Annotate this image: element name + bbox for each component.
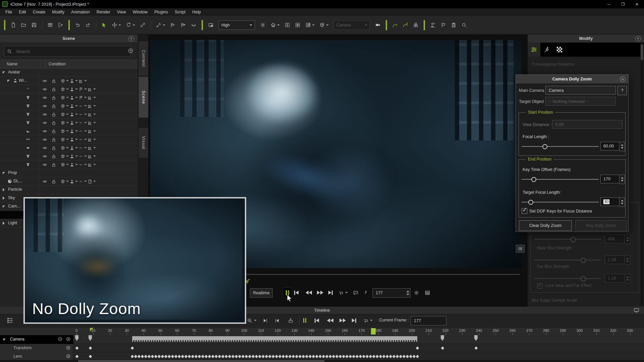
search-options-icon[interactable]: [128, 48, 133, 55]
keyframe[interactable]: [252, 355, 255, 358]
sun-button[interactable]: [260, 22, 266, 28]
tab-scene[interactable]: Scene: [138, 76, 149, 118]
keyframe[interactable]: [295, 355, 299, 358]
last-frame-button[interactable]: [328, 288, 333, 297]
chart-toggle-icon[interactable]: [88, 120, 97, 125]
menu-plugins[interactable]: Plugins: [151, 8, 171, 16]
tab-modify-animation[interactable]: [540, 43, 553, 57]
keyframe[interactable]: [396, 355, 399, 358]
sidebar-button[interactable]: [208, 22, 214, 28]
keyframe[interactable]: [195, 355, 198, 358]
keyframe[interactable]: [275, 355, 278, 358]
close-button[interactable]: ✕: [630, 0, 644, 8]
lock-toggle-icon[interactable]: [51, 104, 60, 109]
scene-row[interactable]: [0, 85, 138, 94]
person-toggle-icon[interactable]: [69, 137, 78, 142]
keyframe[interactable]: [161, 355, 164, 358]
track-remove-icon[interactable]: [66, 337, 71, 343]
pan-button[interactable]: [295, 22, 301, 28]
keyframe[interactable]: [178, 355, 181, 358]
keyframe[interactable]: [372, 355, 376, 358]
lock-toggle-icon[interactable]: [51, 162, 60, 167]
keyframe[interactable]: [299, 355, 302, 358]
keyframe[interactable]: [255, 355, 258, 358]
keyframe[interactable]: [312, 355, 315, 358]
flag2-button[interactable]: [440, 22, 446, 28]
dash-toggle-icon[interactable]: [78, 112, 88, 117]
keyframe[interactable]: [184, 355, 188, 358]
keyframe[interactable]: [319, 355, 322, 358]
prev-key-icon[interactable]: [262, 316, 268, 325]
main-camera-field[interactable]: Camera: [545, 86, 616, 95]
far-blur-spin[interactable]: 1.16: [605, 274, 630, 283]
clip-key[interactable]: [75, 335, 78, 341]
dash-toggle-icon[interactable]: [78, 145, 88, 150]
audio-note-icon[interactable]: ♪: [364, 288, 367, 296]
keyframe[interactable]: [141, 355, 144, 358]
collapse-icon[interactable]: [7, 80, 10, 82]
scale-button[interactable]: [140, 22, 146, 28]
rotate-button[interactable]: [126, 22, 135, 28]
chart-toggle-icon[interactable]: [78, 78, 88, 83]
person-toggle-icon[interactable]: [69, 87, 78, 92]
curve-button[interactable]: [392, 22, 398, 28]
videocam-button[interactable]: [375, 22, 381, 28]
scene-panel-close-icon[interactable]: ✕: [128, 36, 134, 42]
keyframe[interactable]: [366, 355, 369, 358]
keyframe[interactable]: [218, 355, 221, 358]
flag-toggle-icon[interactable]: [78, 95, 88, 100]
keyframe[interactable]: [191, 355, 195, 358]
lock-toggle-icon[interactable]: [51, 87, 60, 92]
move-button[interactable]: [112, 22, 121, 28]
keyframe[interactable]: [339, 355, 342, 358]
scene-row[interactable]: [0, 94, 138, 102]
eye-toggle-icon[interactable]: [42, 104, 51, 109]
next-key-icon[interactable]: [274, 316, 280, 325]
cube-toggle-icon[interactable]: [60, 112, 69, 117]
dash-toggle-icon[interactable]: [78, 104, 88, 109]
modify-scrollbar[interactable]: [640, 43, 644, 306]
realtime-button[interactable]: Realtime: [250, 288, 273, 298]
keyframe[interactable]: [356, 355, 359, 358]
scene-row-wi[interactable]: Wi...: [0, 77, 138, 85]
chart-toggle-icon[interactable]: [88, 95, 97, 100]
keyframe[interactable]: [399, 355, 402, 358]
keyframe[interactable]: [282, 355, 285, 358]
track-label-transform[interactable]: Transform: [0, 344, 73, 353]
cube-toggle-icon[interactable]: [60, 129, 69, 134]
keyframe[interactable]: [89, 355, 92, 358]
focus-range-slider[interactable]: [534, 239, 601, 240]
keyframe[interactable]: [382, 355, 386, 358]
dash-toggle-icon[interactable]: [78, 162, 88, 167]
dash-toggle-icon[interactable]: [78, 120, 88, 125]
keyframe[interactable]: [376, 355, 379, 358]
menu-window[interactable]: Window: [129, 8, 151, 16]
keyframe[interactable]: [245, 355, 248, 358]
undo-button[interactable]: [75, 22, 80, 28]
flag-toggle-icon[interactable]: [78, 87, 88, 92]
near-blur-slider[interactable]: [534, 260, 601, 260]
fast-forward-button[interactable]: [317, 288, 323, 297]
keyframe[interactable]: [379, 355, 382, 358]
near-blur-spin[interactable]: 1.16: [605, 255, 630, 265]
key-time-offset-spin[interactable]: 170: [600, 175, 625, 184]
chart-toggle-icon[interactable]: [88, 87, 97, 92]
timeline-zoom-icon[interactable]: [247, 316, 257, 325]
collapse-icon[interactable]: [3, 172, 5, 174]
target-focal-slider[interactable]: [522, 202, 599, 202]
column-condition[interactable]: Condition: [46, 60, 138, 68]
render-list-icon[interactable]: [425, 288, 430, 297]
person-toggle-icon[interactable]: [69, 104, 78, 109]
person-toggle-icon[interactable]: [69, 120, 78, 125]
scene-row-prop[interactable]: Prop: [0, 169, 138, 177]
scene-row[interactable]: [0, 144, 138, 152]
menu-create[interactable]: Create: [30, 8, 49, 16]
keyframe[interactable]: [258, 355, 262, 358]
motion-clip[interactable]: [132, 336, 417, 340]
keyframe[interactable]: [288, 355, 292, 358]
comment-bubble-icon[interactable]: [353, 288, 359, 297]
person-toggle-icon[interactable]: [69, 112, 78, 117]
keyframe[interactable]: [342, 355, 345, 358]
keyframe[interactable]: [302, 355, 305, 358]
keyframe[interactable]: [335, 355, 339, 358]
